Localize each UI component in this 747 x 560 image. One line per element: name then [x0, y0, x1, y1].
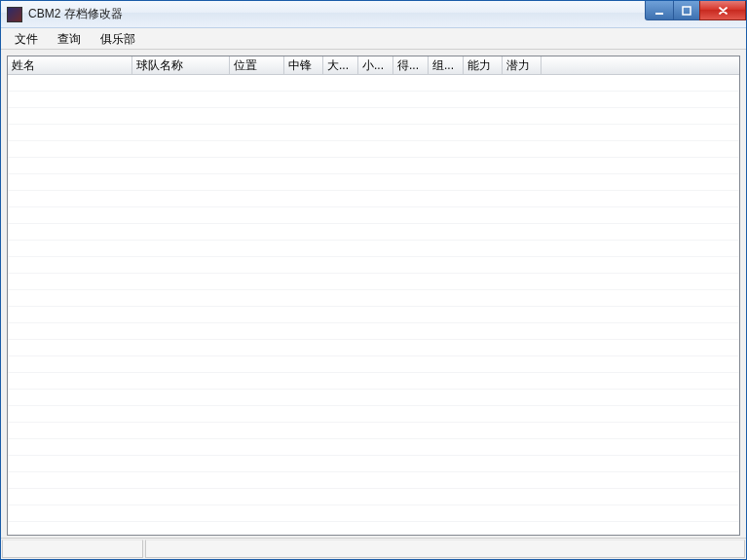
column-header-name[interactable]: 姓名 [8, 56, 132, 74]
column-header-team[interactable]: 球队名称 [132, 56, 230, 74]
menu-file[interactable]: 文件 [5, 28, 48, 49]
column-header-sf[interactable]: 小... [358, 56, 393, 74]
minimize-icon [654, 6, 664, 16]
svg-rect-0 [655, 13, 663, 15]
column-header-potential[interactable]: 潜力 [503, 56, 542, 74]
menubar: 文件 查询 俱乐部 [1, 28, 746, 50]
window-controls [646, 1, 746, 20]
content-frame: 姓名 球队名称 位置 中锋 大... 小... 得... 组... 能力 潜力 [1, 50, 746, 538]
status-left [2, 540, 143, 558]
svg-rect-1 [683, 7, 691, 15]
menu-query[interactable]: 查询 [48, 28, 91, 49]
close-icon [718, 6, 728, 16]
window-title: CBM2 存档修改器 [28, 6, 123, 22]
maximize-icon [682, 6, 691, 16]
column-header-pg[interactable]: 组... [429, 56, 464, 74]
column-header-sg[interactable]: 得... [393, 56, 429, 74]
status-right [145, 540, 745, 558]
app-icon [7, 7, 22, 22]
minimize-button[interactable] [645, 1, 674, 20]
titlebar: CBM2 存档修改器 [1, 1, 746, 28]
list-view[interactable]: 姓名 球队名称 位置 中锋 大... 小... 得... 组... 能力 潜力 [7, 56, 740, 536]
column-header-pf[interactable]: 大... [323, 56, 358, 74]
menu-club[interactable]: 俱乐部 [91, 28, 145, 49]
maximize-button[interactable] [673, 1, 700, 20]
column-header-center[interactable]: 中锋 [284, 56, 323, 74]
close-button[interactable] [699, 1, 746, 20]
column-header-ability[interactable]: 能力 [464, 56, 503, 74]
grid-body[interactable] [8, 75, 739, 535]
statusbar [1, 538, 746, 559]
column-header-filler[interactable] [542, 56, 739, 74]
column-header-position[interactable]: 位置 [230, 56, 284, 74]
column-headers: 姓名 球队名称 位置 中锋 大... 小... 得... 组... 能力 潜力 [8, 56, 739, 75]
